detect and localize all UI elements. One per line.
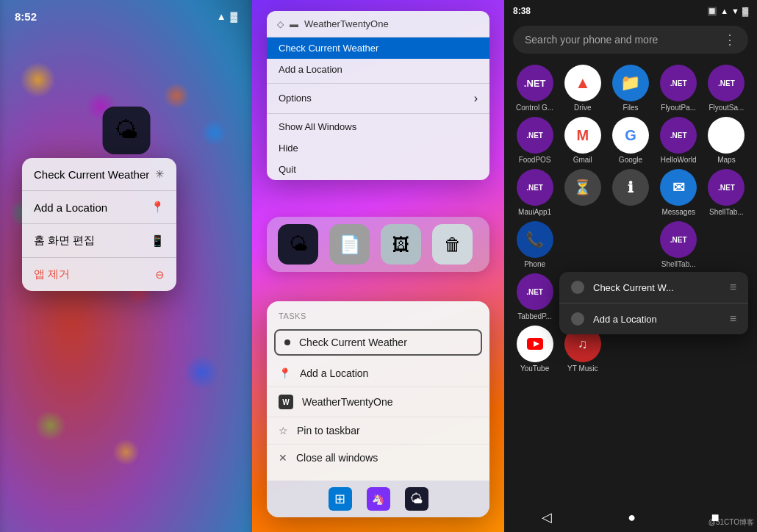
tasks-header: Tasks — [267, 301, 489, 325]
app-gmail[interactable]: M Gmail — [561, 117, 604, 165]
app-placeholder-3 — [705, 221, 748, 269]
app-label-maui: MauiApp1 — [518, 208, 551, 217]
ios-menu-remove-app[interactable]: 앱 제거 ⊖ — [22, 258, 176, 291]
app-hourglass[interactable]: ⏳ — [561, 169, 604, 217]
app-label-gmail: Gmail — [573, 156, 592, 165]
back-button[interactable]: ◁ — [542, 509, 552, 525]
app-icon-youtube — [517, 326, 553, 362]
app-icon-small: ▬ — [290, 19, 298, 29]
dock-document-icon[interactable]: 📄 — [329, 224, 370, 265]
app-google[interactable]: G Google — [609, 117, 652, 165]
task-app-icon: W — [279, 395, 293, 409]
home-button[interactable]: ● — [628, 510, 636, 525]
app-shelltab2[interactable]: .NET ShellTab... — [657, 221, 700, 269]
macos-add-location[interactable]: Add a Location — [267, 59, 489, 80]
app-icon-info: ℹ — [612, 169, 649, 206]
app-flyout-sa[interactable]: .NET FlyoutSa... — [705, 65, 748, 112]
app-drive[interactable]: ▲ Drive — [561, 65, 604, 112]
app-icon-files: 📁 — [612, 65, 649, 101]
app-files[interactable]: 📁 Files — [609, 65, 652, 112]
toggle-check-weather[interactable] — [571, 281, 584, 294]
macos-show-all-windows[interactable]: Show All Windows — [267, 116, 489, 137]
macos-hide[interactable]: Hide — [267, 137, 489, 159]
app-icon-flyout-sa: .NET — [708, 65, 745, 101]
app-icon-control-g: .NET — [517, 65, 553, 101]
ios-app-icon[interactable]: 🌤 — [102, 107, 150, 154]
app-label-shelltab2: ShellTab... — [661, 260, 696, 269]
ios-menu-home-edit[interactable]: 홈 화면 편집 📱 — [22, 224, 176, 258]
app-tabbedp[interactable]: .NET TabbedP... — [513, 273, 556, 321]
android-search-placeholder: Search your phone and more — [525, 34, 658, 46]
ios-menu-add-location[interactable]: Add a Location 📍 — [22, 191, 176, 224]
app-icon-ph2 — [612, 221, 649, 258]
app-label-maps: Maps — [717, 156, 735, 165]
app-icon-drive: ▲ — [564, 65, 601, 101]
macos-panel: ◇ ▬ WeatherTwentyOne Check Current Weath… — [252, 0, 504, 532]
task-pin-taskbar[interactable]: ☆ Pin to taskbar — [267, 417, 489, 445]
weather-menu-icon: ✳ — [155, 168, 165, 181]
app-messages[interactable]: ✉ Messages — [657, 169, 700, 217]
dock-trash-icon[interactable]: 🗑 — [432, 224, 473, 265]
app-shelltab[interactable]: .NET ShellTab... — [705, 169, 748, 217]
ios-status-bar: 8:52 ▲ ▓ — [0, 0, 252, 32]
task-close-icon: ✕ — [279, 452, 287, 464]
app-phone[interactable]: 📞 Phone — [513, 221, 556, 269]
app-label-flyout-pa: FlyoutPa... — [661, 104, 696, 112]
app-icon-flyout-pa: .NET — [660, 65, 697, 101]
app-foodpos[interactable]: .NET FoodPOS — [513, 117, 556, 165]
windows-icon[interactable]: ⊞ — [329, 487, 352, 511]
toggle-add-location[interactable] — [571, 312, 584, 326]
android-context-add-location[interactable]: Add a Location ≡ — [559, 303, 748, 334]
app-icon-maps: 🗺 — [708, 117, 745, 154]
battery-icon: ▓ — [742, 7, 748, 15]
app-icon-tabbedp: .NET — [517, 273, 553, 310]
macos-divider-2 — [267, 113, 489, 114]
macos-dropdown-menu: ◇ ▬ WeatherTwentyOne Check Current Weath… — [267, 11, 489, 180]
battery-icon: ▓ — [231, 11, 237, 22]
app-icon-ph1 — [564, 221, 601, 258]
macos-options[interactable]: Options — [267, 87, 489, 110]
maui-icon[interactable]: 🦄 — [367, 487, 390, 511]
task-close-windows[interactable]: ✕ Close all windows — [267, 445, 489, 471]
dock-weather-icon[interactable]: 🌤 — [278, 224, 318, 265]
android-status-icons: 🔲 ▲ ▼ ▓ — [707, 7, 748, 16]
task-app-item[interactable]: W WeatherTwentyOne — [267, 387, 489, 417]
app-label-shelltab: ShellTab... — [709, 208, 744, 217]
macos-menu-header: ◇ ▬ WeatherTwentyOne — [267, 11, 489, 37]
task-bullet-icon — [284, 339, 290, 345]
ios-context-menu: Check Current Weather ✳ Add a Location 📍… — [22, 158, 176, 291]
app-helloworld[interactable]: .NET HelloWorld — [657, 117, 700, 165]
task-check-weather[interactable]: Check Current Weather — [274, 329, 482, 356]
android-search-more[interactable]: ⋮ — [723, 32, 736, 48]
app-icon-ph3 — [708, 221, 745, 258]
android-context-check-weather[interactable]: Check Current W... ≡ — [559, 272, 748, 303]
app-icon-gmail: M — [564, 117, 601, 154]
location-menu-icon: 📍 — [151, 201, 165, 214]
macos-quit[interactable]: Quit — [267, 159, 489, 180]
task-pin-icon: 📍 — [279, 367, 291, 379]
app-flyout-pa[interactable]: .NET FlyoutPa... — [657, 65, 700, 112]
dock-image-icon[interactable]: 🖼 — [381, 224, 421, 265]
ios-menu-check-weather[interactable]: Check Current Weather ✳ — [22, 158, 176, 191]
app-placeholder-2 — [609, 221, 652, 269]
wifi-icon: ▼ — [731, 7, 739, 15]
macos-check-weather[interactable]: Check Current Weather — [267, 37, 489, 59]
app-icon-messages: ✉ — [660, 169, 697, 206]
app-label-youtube: YouTube — [520, 364, 549, 373]
android-search-bar[interactable]: Search your phone and more ⋮ — [513, 26, 748, 54]
app-label-control-g: Control G... — [516, 104, 553, 112]
app-label-foodpos: FoodPOS — [519, 156, 551, 165]
app-info[interactable]: ℹ — [609, 169, 652, 217]
app-icon-foodpos: .NET — [517, 117, 553, 154]
task-pin-taskbar-icon: ☆ — [279, 425, 288, 436]
app-youtube[interactable]: YouTube — [513, 326, 556, 373]
weather-taskbar-icon[interactable]: 🌤 — [405, 487, 428, 511]
task-add-location[interactable]: 📍 Add a Location — [267, 360, 489, 387]
app-icon-hourglass: ⏳ — [564, 169, 601, 206]
diamond-icon: ◇ — [277, 19, 284, 29]
app-maps[interactable]: 🗺 Maps — [705, 117, 748, 165]
ios-status-icons: ▲ ▓ — [217, 11, 237, 22]
app-maui[interactable]: .NET MauiApp1 — [513, 169, 556, 217]
app-label-ytmusic: YT Music — [567, 364, 598, 373]
app-control-g[interactable]: .NET Control G... — [513, 65, 556, 112]
